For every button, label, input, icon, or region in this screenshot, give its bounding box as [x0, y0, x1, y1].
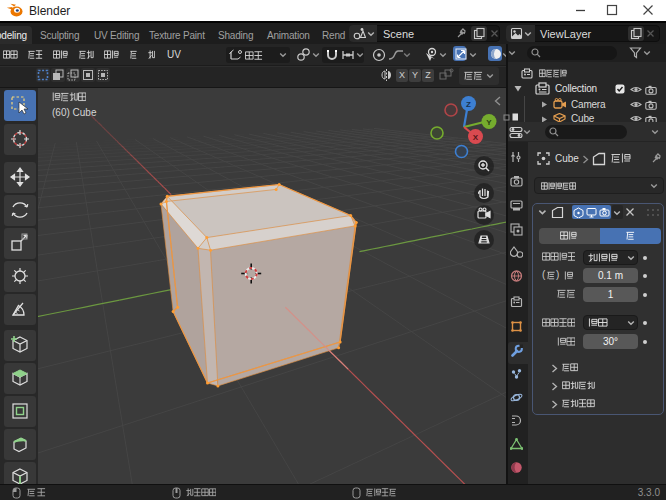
- svg-text:X: X: [473, 133, 479, 142]
